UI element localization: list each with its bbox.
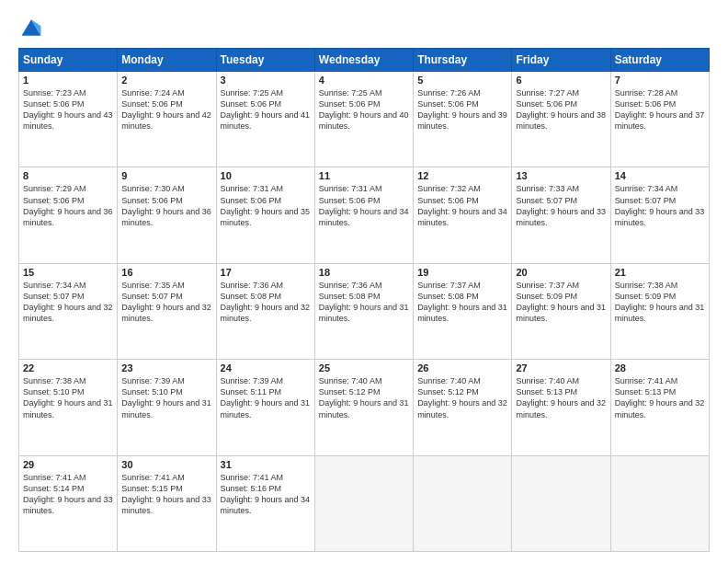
- calendar-cell: 27Sunrise: 7:40 AMSunset: 5:13 PMDayligh…: [512, 360, 610, 455]
- day-number: 24: [221, 362, 311, 373]
- day-number: 14: [615, 170, 705, 181]
- calendar-cell: 29Sunrise: 7:41 AMSunset: 5:14 PMDayligh…: [19, 455, 118, 551]
- day-info: Sunrise: 7:41 AMSunset: 5:16 PMDaylight:…: [221, 472, 311, 517]
- calendar-table: SundayMondayTuesdayWednesdayThursdayFrid…: [18, 48, 710, 552]
- day-number: 29: [23, 459, 113, 470]
- calendar-cell: 11Sunrise: 7:31 AMSunset: 5:06 PMDayligh…: [314, 167, 413, 263]
- day-number: 20: [516, 267, 606, 278]
- calendar-cell: 9Sunrise: 7:30 AMSunset: 5:06 PMDaylight…: [118, 167, 216, 263]
- calendar-cell: 18Sunrise: 7:36 AMSunset: 5:08 PMDayligh…: [314, 263, 413, 359]
- day-number: 3: [221, 75, 311, 86]
- day-number: 11: [319, 170, 409, 181]
- day-info: Sunrise: 7:31 AMSunset: 5:06 PMDaylight:…: [319, 183, 409, 228]
- day-number: 13: [516, 170, 606, 181]
- calendar: SundayMondayTuesdayWednesdayThursdayFrid…: [18, 48, 710, 552]
- weekday-header-wednesday: Wednesday: [314, 49, 413, 72]
- day-info: Sunrise: 7:38 AMSunset: 5:09 PMDaylight:…: [615, 280, 705, 325]
- day-info: Sunrise: 7:34 AMSunset: 5:07 PMDaylight:…: [615, 183, 705, 228]
- day-number: 8: [23, 170, 113, 181]
- day-info: Sunrise: 7:25 AMSunset: 5:06 PMDaylight:…: [319, 87, 409, 132]
- day-number: 21: [615, 267, 705, 278]
- calendar-cell: 1Sunrise: 7:23 AMSunset: 5:06 PMDaylight…: [19, 72, 118, 167]
- calendar-cell: 30Sunrise: 7:41 AMSunset: 5:15 PMDayligh…: [118, 455, 216, 551]
- day-number: 17: [221, 267, 311, 278]
- calendar-cell: 21Sunrise: 7:38 AMSunset: 5:09 PMDayligh…: [610, 263, 709, 359]
- weekday-header-tuesday: Tuesday: [216, 49, 314, 72]
- calendar-cell: 19Sunrise: 7:37 AMSunset: 5:08 PMDayligh…: [414, 263, 512, 359]
- day-number: 9: [121, 170, 211, 181]
- day-number: 23: [121, 362, 211, 373]
- day-info: Sunrise: 7:39 AMSunset: 5:11 PMDaylight:…: [221, 375, 311, 420]
- week-row-5: 29Sunrise: 7:41 AMSunset: 5:14 PMDayligh…: [19, 455, 710, 551]
- day-number: 10: [221, 170, 311, 181]
- weekday-header-saturday: Saturday: [610, 49, 709, 72]
- day-number: 25: [319, 362, 409, 373]
- day-info: Sunrise: 7:31 AMSunset: 5:06 PMDaylight:…: [221, 183, 311, 228]
- calendar-cell: 25Sunrise: 7:40 AMSunset: 5:12 PMDayligh…: [314, 360, 413, 455]
- day-info: Sunrise: 7:36 AMSunset: 5:08 PMDaylight:…: [221, 280, 311, 325]
- weekday-header-thursday: Thursday: [414, 49, 512, 72]
- day-info: Sunrise: 7:37 AMSunset: 5:08 PMDaylight:…: [417, 280, 507, 325]
- calendar-cell: [314, 455, 413, 551]
- day-info: Sunrise: 7:30 AMSunset: 5:06 PMDaylight:…: [121, 183, 211, 228]
- weekday-header-friday: Friday: [512, 49, 610, 72]
- logo: [18, 15, 48, 40]
- day-info: Sunrise: 7:41 AMSunset: 5:13 PMDaylight:…: [615, 375, 705, 420]
- day-info: Sunrise: 7:41 AMSunset: 5:14 PMDaylight:…: [23, 472, 113, 517]
- day-number: 31: [221, 459, 311, 470]
- calendar-cell: 12Sunrise: 7:32 AMSunset: 5:06 PMDayligh…: [414, 167, 512, 263]
- day-info: Sunrise: 7:34 AMSunset: 5:07 PMDaylight:…: [23, 280, 113, 325]
- day-info: Sunrise: 7:24 AMSunset: 5:06 PMDaylight:…: [121, 87, 211, 132]
- calendar-cell: 23Sunrise: 7:39 AMSunset: 5:10 PMDayligh…: [118, 360, 216, 455]
- day-info: Sunrise: 7:40 AMSunset: 5:12 PMDaylight:…: [417, 375, 507, 420]
- week-row-1: 1Sunrise: 7:23 AMSunset: 5:06 PMDaylight…: [19, 72, 710, 167]
- calendar-cell: 24Sunrise: 7:39 AMSunset: 5:11 PMDayligh…: [216, 360, 314, 455]
- day-number: 12: [417, 170, 507, 181]
- calendar-header: SundayMondayTuesdayWednesdayThursdayFrid…: [19, 49, 710, 72]
- day-number: 2: [121, 75, 211, 86]
- calendar-cell: 28Sunrise: 7:41 AMSunset: 5:13 PMDayligh…: [610, 360, 709, 455]
- day-info: Sunrise: 7:28 AMSunset: 5:06 PMDaylight:…: [615, 87, 705, 132]
- day-info: Sunrise: 7:26 AMSunset: 5:06 PMDaylight:…: [417, 87, 507, 132]
- day-info: Sunrise: 7:40 AMSunset: 5:13 PMDaylight:…: [516, 375, 606, 420]
- day-info: Sunrise: 7:41 AMSunset: 5:15 PMDaylight:…: [121, 472, 211, 517]
- day-number: 26: [417, 362, 507, 373]
- calendar-cell: 8Sunrise: 7:29 AMSunset: 5:06 PMDaylight…: [19, 167, 118, 263]
- day-info: Sunrise: 7:35 AMSunset: 5:07 PMDaylight:…: [121, 280, 211, 325]
- calendar-cell: 13Sunrise: 7:33 AMSunset: 5:07 PMDayligh…: [512, 167, 610, 263]
- week-row-4: 22Sunrise: 7:38 AMSunset: 5:10 PMDayligh…: [19, 360, 710, 455]
- day-info: Sunrise: 7:32 AMSunset: 5:06 PMDaylight:…: [417, 183, 507, 228]
- calendar-cell: 6Sunrise: 7:27 AMSunset: 5:06 PMDaylight…: [512, 72, 610, 167]
- day-number: 27: [516, 362, 606, 373]
- calendar-cell: [610, 455, 709, 551]
- day-info: Sunrise: 7:29 AMSunset: 5:06 PMDaylight:…: [23, 183, 113, 228]
- day-number: 30: [121, 459, 211, 470]
- calendar-cell: 10Sunrise: 7:31 AMSunset: 5:06 PMDayligh…: [216, 167, 314, 263]
- day-info: Sunrise: 7:27 AMSunset: 5:06 PMDaylight:…: [516, 87, 606, 132]
- day-info: Sunrise: 7:23 AMSunset: 5:06 PMDaylight:…: [23, 87, 113, 132]
- day-number: 22: [23, 362, 113, 373]
- calendar-cell: 16Sunrise: 7:35 AMSunset: 5:07 PMDayligh…: [118, 263, 216, 359]
- day-number: 15: [23, 267, 113, 278]
- logo-icon: [18, 15, 44, 40]
- day-info: Sunrise: 7:37 AMSunset: 5:09 PMDaylight:…: [516, 280, 606, 325]
- calendar-cell: 17Sunrise: 7:36 AMSunset: 5:08 PMDayligh…: [216, 263, 314, 359]
- calendar-cell: 5Sunrise: 7:26 AMSunset: 5:06 PMDaylight…: [414, 72, 512, 167]
- calendar-cell: 22Sunrise: 7:38 AMSunset: 5:10 PMDayligh…: [19, 360, 118, 455]
- day-number: 5: [417, 75, 507, 86]
- weekday-header-sunday: Sunday: [19, 49, 118, 72]
- calendar-cell: 2Sunrise: 7:24 AMSunset: 5:06 PMDaylight…: [118, 72, 216, 167]
- calendar-cell: 4Sunrise: 7:25 AMSunset: 5:06 PMDaylight…: [314, 72, 413, 167]
- day-number: 18: [319, 267, 409, 278]
- calendar-cell: [512, 455, 610, 551]
- day-info: Sunrise: 7:39 AMSunset: 5:10 PMDaylight:…: [121, 375, 211, 420]
- day-number: 7: [615, 75, 705, 86]
- weekday-row: SundayMondayTuesdayWednesdayThursdayFrid…: [19, 49, 710, 72]
- day-info: Sunrise: 7:40 AMSunset: 5:12 PMDaylight:…: [319, 375, 409, 420]
- calendar-cell: 20Sunrise: 7:37 AMSunset: 5:09 PMDayligh…: [512, 263, 610, 359]
- calendar-cell: 7Sunrise: 7:28 AMSunset: 5:06 PMDaylight…: [610, 72, 709, 167]
- day-number: 4: [319, 75, 409, 86]
- calendar-cell: 15Sunrise: 7:34 AMSunset: 5:07 PMDayligh…: [19, 263, 118, 359]
- day-number: 16: [121, 267, 211, 278]
- weekday-header-monday: Monday: [118, 49, 216, 72]
